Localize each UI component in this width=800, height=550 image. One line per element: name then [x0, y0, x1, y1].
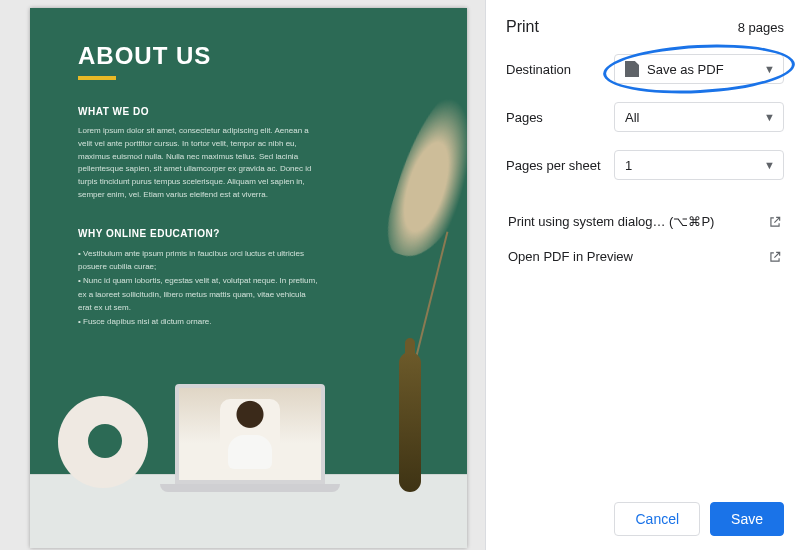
- chevron-down-icon: ▼: [764, 111, 775, 123]
- open-in-preview-label: Open PDF in Preview: [508, 249, 633, 264]
- preview-section1-title: WHAT WE DO: [78, 106, 429, 117]
- system-dialog-label: Print using system dialog… (⌥⌘P): [508, 214, 714, 229]
- pages-label: Pages: [506, 110, 614, 125]
- pages-per-sheet-value: 1: [625, 158, 632, 173]
- preview-section2-title: WHY ONLINE EDUCATION?: [78, 228, 429, 239]
- chevron-down-icon: ▼: [764, 63, 775, 75]
- destination-row: Destination Save as PDF ▼: [506, 54, 784, 84]
- laptop-icon: [160, 384, 340, 492]
- preview-illustration: [30, 328, 467, 548]
- open-in-preview-link[interactable]: Open PDF in Preview: [506, 239, 784, 274]
- preview-bullet: Nunc id quam lobortis, egestas velit at,…: [78, 274, 318, 315]
- donut-vase-icon: [58, 396, 148, 488]
- heading-accent-bar: [78, 76, 116, 80]
- chevron-down-icon: ▼: [764, 159, 775, 171]
- person-on-screen-icon: [220, 399, 280, 469]
- panel-footer: Cancel Save: [506, 492, 784, 536]
- preview-bullet: Fusce dapibus nisi at dictum ornare.: [78, 315, 318, 329]
- cancel-button-label: Cancel: [635, 511, 679, 527]
- pages-per-sheet-select[interactable]: 1 ▼: [614, 150, 784, 180]
- open-external-icon: [768, 250, 782, 264]
- preview-page: ABOUT US WHAT WE DO Lorem ipsum dolor si…: [30, 8, 467, 548]
- save-button[interactable]: Save: [710, 502, 784, 536]
- pages-per-sheet-label: Pages per sheet: [506, 158, 614, 173]
- open-external-icon: [768, 215, 782, 229]
- cancel-button[interactable]: Cancel: [614, 502, 700, 536]
- pages-value: All: [625, 110, 639, 125]
- destination-select[interactable]: Save as PDF ▼: [614, 54, 784, 84]
- pages-per-sheet-row: Pages per sheet 1 ▼: [506, 150, 784, 180]
- pdf-document-icon: [625, 61, 639, 77]
- preview-bullet: Vestibulum ante ipsum primis in faucibus…: [78, 247, 318, 274]
- pages-select[interactable]: All ▼: [614, 102, 784, 132]
- save-button-label: Save: [731, 511, 763, 527]
- preview-section1-body: Lorem ipsum dolor sit amet, consectetur …: [78, 125, 318, 202]
- tall-vase-icon: [399, 352, 421, 492]
- destination-label: Destination: [506, 62, 614, 77]
- destination-value: Save as PDF: [647, 62, 724, 77]
- pages-row: Pages All ▼: [506, 102, 784, 132]
- print-preview-pane: ABOUT US WHAT WE DO Lorem ipsum dolor si…: [0, 0, 485, 550]
- panel-title: Print: [506, 18, 539, 36]
- page-count: 8 pages: [738, 20, 784, 35]
- system-dialog-link[interactable]: Print using system dialog… (⌥⌘P): [506, 204, 784, 239]
- preview-section2-bullets: Vestibulum ante ipsum primis in faucibus…: [78, 247, 318, 329]
- preview-heading: ABOUT US: [78, 42, 429, 70]
- print-panel: Print 8 pages Destination Save as PDF ▼ …: [485, 0, 800, 550]
